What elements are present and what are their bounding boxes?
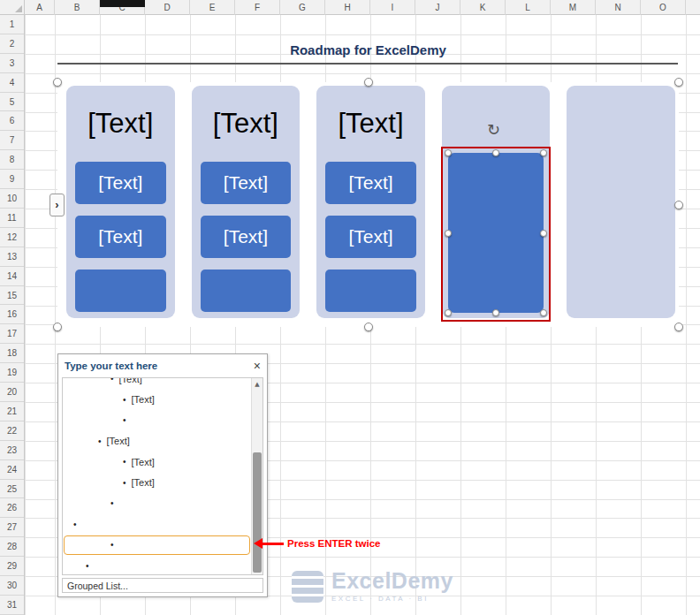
smartart-column-title[interactable]: [Text] (192, 86, 301, 162)
canvas-handle-br[interactable] (674, 323, 683, 331)
smartart-item-box[interactable]: [Text] (75, 216, 166, 258)
text-pane-toggle-button[interactable]: › (49, 194, 65, 216)
shape-handle-ml[interactable] (445, 230, 452, 237)
canvas-handle-mr[interactable] (674, 201, 683, 209)
text-pane-item[interactable]: •[Text] (63, 452, 251, 473)
smartart-column-title[interactable]: [Text] (66, 86, 175, 162)
row-header-16[interactable]: 16 (0, 306, 24, 325)
smartart-canvas[interactable]: [Text][Text][Text][Text][Text][Text][Tex… (57, 82, 679, 327)
row-header-4[interactable]: 4 (0, 73, 24, 93)
selected-shape[interactable]: ↻ (448, 153, 544, 313)
text-pane-item[interactable]: • (63, 535, 251, 556)
column-header-I[interactable]: I (370, 0, 415, 15)
canvas-handle-tm[interactable] (364, 78, 373, 87)
close-icon[interactable]: × (254, 359, 261, 373)
row-header-6[interactable]: 6 (0, 112, 24, 132)
smartart-item-box[interactable]: [Text] (325, 162, 416, 204)
text-pane-item-text: [Text] (132, 457, 155, 467)
smartart-column-5[interactable] (567, 86, 675, 318)
row-header-13[interactable]: 13 (0, 247, 24, 267)
column-header-E[interactable]: E (190, 0, 235, 15)
row-header-10[interactable]: 10 (0, 189, 24, 209)
column-header-K[interactable]: K (460, 0, 506, 15)
row-header-18[interactable]: 18 (0, 344, 24, 363)
row-header-15[interactable]: 15 (0, 286, 24, 306)
smartart-item-box[interactable] (75, 270, 166, 312)
bullet-icon: • (123, 457, 126, 467)
column-header-G[interactable]: G (280, 0, 325, 15)
row-header-1[interactable]: 1 (0, 15, 24, 34)
row-header-19[interactable]: 19 (0, 363, 24, 383)
column-header-N[interactable]: N (596, 0, 641, 15)
row-header-23[interactable]: 23 (0, 441, 24, 460)
column-header-O[interactable]: O (641, 0, 686, 15)
text-pane-item[interactable]: •[Text] (63, 378, 251, 390)
smartart-column-3[interactable]: [Text][Text][Text] (316, 86, 425, 318)
row-header-26[interactable]: 26 (0, 499, 24, 519)
canvas-handle-tl[interactable] (53, 78, 62, 87)
row-header-20[interactable]: 20 (0, 383, 24, 402)
row-header-5[interactable]: 5 (0, 93, 24, 112)
top-dark-strip (100, 0, 145, 7)
smartart-item-box[interactable]: [Text] (201, 162, 292, 204)
text-pane-item[interactable]: • (63, 514, 251, 535)
rotate-handle-icon[interactable]: ↻ (487, 120, 500, 139)
enter-highlight-box (64, 535, 250, 555)
text-pane-item[interactable]: •[Text] (63, 431, 251, 452)
smartart-column-1[interactable]: [Text][Text][Text] (66, 86, 175, 318)
text-pane-item[interactable]: •[Text] (63, 390, 251, 411)
column-header-A[interactable]: A (25, 0, 55, 15)
select-all-corner[interactable] (0, 0, 25, 15)
shape-handle-tl[interactable] (445, 149, 452, 156)
row-header-2[interactable]: 2 (0, 34, 24, 54)
smartart-item-box[interactable]: [Text] (325, 216, 416, 258)
smartart-column-4[interactable]: ↻ (442, 86, 551, 318)
bullet-icon: • (123, 478, 126, 488)
smartart-item-box[interactable]: [Text] (75, 162, 166, 204)
row-header-14[interactable]: 14 (0, 267, 24, 286)
smartart-item-box[interactable] (325, 270, 416, 312)
row-header-8[interactable]: 8 (0, 150, 24, 170)
column-header-F[interactable]: F (235, 0, 280, 15)
row-header-24[interactable]: 24 (0, 460, 24, 480)
text-pane-item[interactable]: • (63, 410, 251, 431)
row-header-25[interactable]: 25 (0, 480, 24, 499)
shape-handle-bl[interactable] (445, 309, 452, 316)
column-header-H[interactable]: H (325, 0, 370, 15)
column-header-L[interactable]: L (506, 0, 551, 15)
column-header-M[interactable]: M (551, 0, 596, 15)
canvas-handle-bl[interactable] (53, 323, 62, 331)
smartart-columns: [Text][Text][Text][Text][Text][Text][Tex… (66, 86, 675, 318)
row-header-11[interactable]: 11 (0, 209, 24, 228)
row-header-7[interactable]: 7 (0, 131, 24, 150)
row-header-21[interactable]: 21 (0, 402, 24, 421)
canvas-handle-tr[interactable] (674, 78, 683, 87)
smartart-column-2[interactable]: [Text][Text][Text] (192, 86, 301, 318)
row-header-30[interactable]: 30 (0, 576, 24, 596)
row-header-17[interactable]: 17 (0, 324, 24, 344)
arrow-left-icon (254, 538, 262, 549)
canvas-handle-bm[interactable] (364, 323, 373, 331)
smartart-item-box[interactable]: [Text] (201, 216, 292, 258)
text-pane-item[interactable]: •[Text] (63, 473, 251, 494)
gridline-h (25, 344, 700, 345)
shape-handle-mr[interactable] (540, 230, 547, 237)
smartart-item-box[interactable] (201, 270, 292, 312)
row-header-22[interactable]: 22 (0, 421, 24, 441)
row-header-27[interactable]: 27 (0, 518, 24, 537)
row-header-28[interactable]: 28 (0, 537, 24, 557)
column-header-J[interactable]: J (415, 0, 460, 15)
row-header-12[interactable]: 12 (0, 228, 24, 247)
column-header-D[interactable]: D (145, 0, 190, 15)
text-pane-item-text: [Text] (107, 436, 130, 446)
row-header-3[interactable]: 3 (0, 54, 24, 73)
scrollbar-thumb[interactable] (253, 452, 262, 573)
row-header-9[interactable]: 9 (0, 170, 24, 189)
scroll-up-icon[interactable]: ▲ (252, 378, 262, 391)
row-header-31[interactable]: 31 (0, 596, 24, 615)
smartart-column-title[interactable]: [Text] (316, 86, 425, 162)
text-pane-item[interactable]: • (63, 556, 251, 575)
text-pane-item[interactable]: • (63, 493, 251, 514)
row-header-29[interactable]: 29 (0, 557, 24, 576)
column-header-B[interactable]: B (55, 0, 100, 15)
